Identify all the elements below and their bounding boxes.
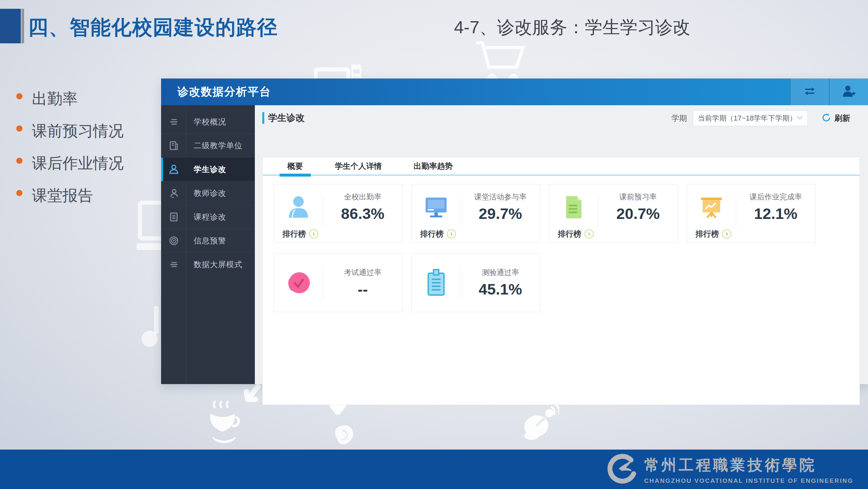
title-accent-square: [0, 9, 21, 43]
overview-list-icon: [168, 117, 179, 127]
card-value: 20.7%: [616, 205, 660, 223]
user-plus-icon: [842, 85, 855, 99]
card-value: --: [358, 280, 368, 298]
stat-card-homework: 课后作业完成率 12.1% 排行榜 ›: [687, 184, 815, 243]
teacher-person-icon: [168, 188, 179, 198]
tab-attendance-trend[interactable]: 出勤率趋势: [406, 157, 461, 175]
page-title: 学生诊改: [268, 112, 305, 124]
card-value: 29.7%: [479, 205, 522, 223]
refresh-icon: [822, 113, 831, 124]
arrow-right-circle-icon: ›: [447, 229, 456, 238]
school-logo-icon: [606, 454, 638, 486]
bullet-list: 出勤率 课前预习情况 课后作业情况 课堂报告: [16, 89, 124, 218]
stat-card-attendance: 全校出勤率 86.3% 排行榜 ›: [274, 184, 403, 243]
card-label: 课堂活动参与率: [474, 192, 527, 202]
refresh-label: 刷新: [835, 113, 850, 123]
bullet-text: 出勤率: [32, 89, 78, 109]
bullet-dot-icon: [16, 158, 23, 164]
card-label: 考试通过率: [344, 267, 381, 278]
bullet-text: 课堂报告: [32, 185, 93, 206]
stat-card-exam-pass: 考试通过率 --: [274, 254, 403, 312]
check-circle-icon: [274, 254, 323, 312]
school-name-en: CHANGZHOU VOCATIONAL INSTITUTE OF ENGINE…: [644, 477, 854, 484]
title-accent-bar: [22, 9, 24, 43]
monitor-icon: [412, 184, 461, 230]
music-note-watermark-icon: [135, 305, 163, 349]
school-logo: 常州工程職業技術學院 CHANGZHOU VOCATIONAL INSTITUT…: [606, 454, 854, 486]
coffee-cup-watermark-icon: [207, 399, 241, 448]
card-label: 测验通过率: [482, 267, 519, 278]
big-screen-icon: [168, 259, 179, 270]
slide-subtitle: 4-7、诊改服务：学生学习诊改: [454, 16, 690, 39]
arrow-right-circle-icon: ›: [585, 229, 594, 238]
app-title: 诊改数据分析平台: [177, 84, 271, 99]
school-name-cn: 常州工程職業技術學院: [644, 455, 854, 475]
teaching-unit-icon: [168, 140, 179, 151]
bullet-item: 课后作业情况: [16, 153, 124, 185]
sidebar: 学校概况 二级教学单位 学生诊改 教师诊改 课程诊改 信息预警: [161, 105, 255, 384]
card-value: 45.1%: [479, 280, 522, 298]
app-window: 诊改数据分析平台 学校概况: [161, 79, 868, 384]
bullet-item: 出勤率: [16, 89, 124, 121]
tab-bar: 概要 学生个人详情 出勤率趋势: [262, 157, 860, 176]
bullet-item: 课前预习情况: [16, 121, 124, 153]
sidebar-item-big-screen-mode[interactable]: 数据大屏模式: [161, 253, 255, 276]
slide: 四、智能化校园建设的路径 4-7、诊改服务：学生学习诊改 出勤率 课前预习情况 …: [0, 0, 868, 489]
bullet-item: 课堂报告: [16, 185, 124, 218]
stat-card-class-activity: 课堂活动参与率 29.7% 排行榜 ›: [411, 184, 540, 243]
stat-card-quiz-pass: 测验通过率 45.1%: [411, 254, 540, 312]
semester-select[interactable]: 当前学期（17~18学年下学期）: [693, 110, 808, 126]
card-label: 全校出勤率: [344, 192, 381, 202]
stat-card-preview: 课前预习率 20.7% 排行榜 ›: [549, 184, 678, 243]
main-content: 学生诊改 学期 当前学期（17~18学年下学期） 刷新 概要 学生个人详情 出勤…: [255, 105, 868, 384]
refresh-button[interactable]: 刷新: [822, 113, 850, 124]
card-value: 86.3%: [341, 205, 384, 223]
sidebar-item-school-overview[interactable]: 学校概况: [161, 110, 255, 134]
hand-watermark-icon: [331, 420, 357, 449]
document-icon: [549, 184, 598, 230]
bullet-text: 课前预习情况: [32, 121, 124, 141]
sidebar-item-teaching-units[interactable]: 二级教学单位: [161, 134, 255, 157]
bullet-dot-icon: [16, 190, 23, 196]
toolbar: 学期 当前学期（17~18学年下学期） 刷新: [672, 110, 850, 126]
app-header: 诊改数据分析平台: [161, 79, 868, 105]
semester-label: 学期: [672, 113, 687, 123]
card-value: 12.1%: [754, 205, 797, 223]
ranking-link[interactable]: 排行榜 ›: [282, 229, 318, 239]
satellite-watermark-icon: [520, 400, 559, 441]
card-label: 课后作业完成率: [749, 192, 802, 202]
bullet-text: 课后作业情况: [32, 153, 124, 174]
arrow-right-circle-icon: ›: [722, 229, 731, 238]
arrow-right-circle-icon: ›: [309, 229, 318, 238]
arrow-sw-watermark-icon: [239, 384, 262, 412]
course-document-icon: [168, 212, 179, 222]
user-button[interactable]: [829, 79, 868, 105]
bullet-dot-icon: [16, 93, 23, 99]
presentation-chart-icon: [687, 184, 736, 230]
person-icon: [274, 184, 323, 230]
ranking-link[interactable]: 排行榜 ›: [420, 229, 456, 239]
tab-overview[interactable]: 概要: [280, 157, 311, 175]
semester-value: 当前学期（17~18学年下学期）: [698, 113, 797, 123]
sidebar-item-teacher-diagnosis[interactable]: 教师诊改: [161, 181, 255, 205]
card-label: 课前预习率: [619, 192, 657, 202]
clipboard-icon: [412, 254, 461, 312]
heading-accent-bar: [262, 112, 264, 124]
sidebar-item-info-warning[interactable]: 信息预警: [161, 229, 255, 253]
ranking-link[interactable]: 排行榜 ›: [558, 229, 594, 239]
sidebar-item-course-diagnosis[interactable]: 课程诊改: [161, 205, 255, 229]
tab-student-detail[interactable]: 学生个人详情: [327, 157, 390, 175]
chevron-down-icon: [797, 115, 803, 121]
swap-icon: [803, 86, 817, 98]
sidebar-item-student-diagnosis[interactable]: 学生诊改: [161, 157, 255, 181]
footer-bar: 常州工程職業技術學院 CHANGZHOU VOCATIONAL INSTITUT…: [0, 450, 868, 489]
section-title: 四、智能化校园建设的路径: [28, 14, 278, 41]
swap-button[interactable]: [790, 79, 829, 105]
ranking-link[interactable]: 排行榜 ›: [695, 229, 731, 239]
page-heading: 学生诊改: [262, 112, 305, 124]
alert-target-icon: [168, 235, 179, 246]
summary-panel: 概要 学生个人详情 出勤率趋势 全校出勤率 86.3%: [262, 157, 860, 405]
student-person-icon: [168, 164, 179, 175]
bullet-dot-icon: [16, 125, 23, 132]
